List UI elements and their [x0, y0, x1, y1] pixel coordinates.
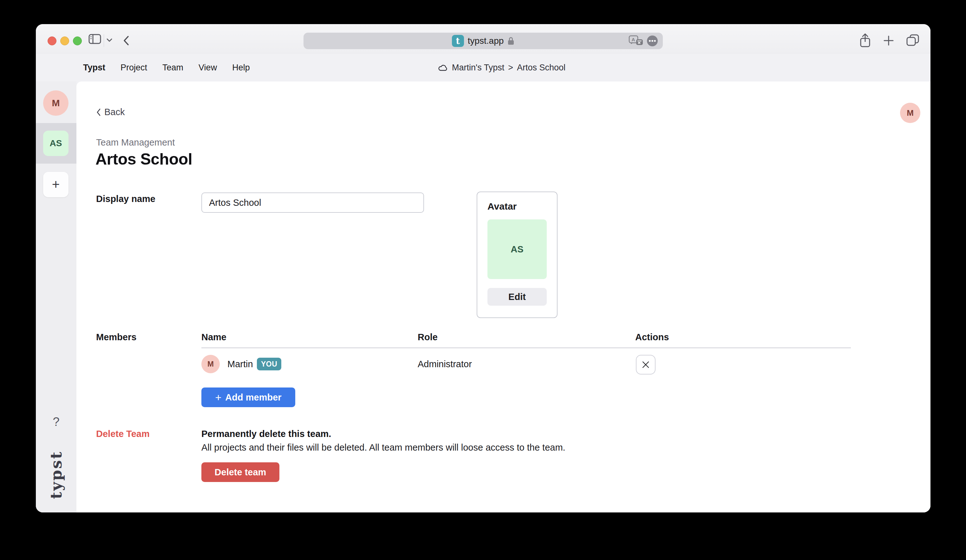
- column-header-actions: Actions: [635, 332, 669, 342]
- plus-icon: +: [215, 392, 221, 403]
- more-options-icon[interactable]: [646, 35, 659, 47]
- delete-team-button[interactable]: Delete team: [201, 462, 279, 482]
- site-favicon: t: [452, 35, 464, 47]
- sidebar-add-team-button[interactable]: +: [43, 172, 69, 197]
- account-avatar[interactable]: M: [900, 103, 920, 123]
- chevron-down-icon[interactable]: [106, 38, 113, 43]
- breadcrumb[interactable]: Martin's Typst > Artos School: [438, 54, 565, 82]
- typst-logo: typst: [47, 451, 65, 499]
- workspace-sidebar: M AS + ? typst: [36, 82, 76, 512]
- section-label: Team Management: [96, 137, 175, 148]
- sidebar-user-avatar[interactable]: M: [43, 90, 69, 116]
- browser-toolbar: t typst.app A: [36, 24, 930, 54]
- delete-warning-title: Permanently delete this team.: [201, 429, 331, 439]
- member-name: Martin: [227, 359, 253, 370]
- team-settings-panel: Back M Team Management Artos School Disp…: [76, 82, 930, 512]
- menu-item-typst[interactable]: Typst: [83, 63, 105, 72]
- team-avatar-preview: AS: [488, 219, 547, 279]
- edit-avatar-button[interactable]: Edit: [488, 288, 547, 306]
- browser-window: t typst.app A Typst Project: [36, 24, 930, 512]
- url-text: typst.app: [468, 36, 504, 46]
- breadcrumb-separator: >: [508, 63, 513, 72]
- tab-overview-icon[interactable]: [906, 34, 919, 46]
- table-header-divider: [201, 348, 851, 348]
- member-avatar: M: [201, 355, 220, 373]
- new-tab-icon[interactable]: [883, 35, 894, 46]
- back-chevron-icon: [96, 108, 101, 117]
- column-header-name: Name: [201, 332, 227, 342]
- svg-text:A: A: [632, 37, 635, 42]
- help-icon[interactable]: ?: [36, 415, 76, 429]
- column-header-role: Role: [418, 332, 438, 342]
- zoom-window-button[interactable]: [73, 36, 82, 45]
- menu-item-help[interactable]: Help: [232, 63, 250, 72]
- menu-item-team[interactable]: Team: [163, 63, 183, 72]
- close-window-button[interactable]: [48, 36, 56, 45]
- avatar-card-title: Avatar: [488, 201, 547, 212]
- display-name-label: Display name: [96, 194, 155, 204]
- you-badge: YOU: [257, 358, 281, 370]
- screen: t typst.app A Typst Project: [0, 0, 966, 560]
- minimize-window-button[interactable]: [60, 36, 69, 45]
- translate-icon[interactable]: A: [629, 35, 644, 47]
- sidebar-team-avatar[interactable]: AS: [43, 131, 69, 156]
- delete-team-label: Delete Team: [96, 429, 150, 439]
- sidebar-toggle-icon[interactable]: [89, 34, 101, 44]
- app-menubar: Typst Project Team View Help Martin's Ty…: [36, 54, 930, 82]
- breadcrumb-page: Artos School: [517, 63, 565, 72]
- delete-warning-body: All projects and their files will be del…: [201, 442, 565, 453]
- member-role: Administrator: [418, 359, 472, 370]
- menu-item-view[interactable]: View: [199, 63, 217, 72]
- breadcrumb-team[interactable]: Martin's Typst: [452, 63, 504, 72]
- back-link[interactable]: Back: [96, 107, 125, 117]
- members-label: Members: [96, 332, 136, 342]
- back-navigation-icon[interactable]: [123, 35, 130, 46]
- cloud-icon: [438, 64, 448, 71]
- lock-icon: [508, 36, 514, 45]
- avatar-card: Avatar AS Edit: [476, 192, 557, 318]
- address-bar[interactable]: t typst.app A: [304, 33, 663, 49]
- add-member-button[interactable]: + Add member: [201, 388, 295, 407]
- page-title: Artos School: [95, 150, 192, 168]
- back-label: Back: [104, 107, 125, 117]
- remove-member-button[interactable]: [636, 355, 656, 374]
- share-icon[interactable]: [859, 33, 872, 48]
- add-member-label: Add member: [225, 392, 281, 403]
- display-name-input[interactable]: [201, 192, 424, 213]
- close-icon: [641, 360, 650, 369]
- menu-item-project[interactable]: Project: [120, 63, 147, 72]
